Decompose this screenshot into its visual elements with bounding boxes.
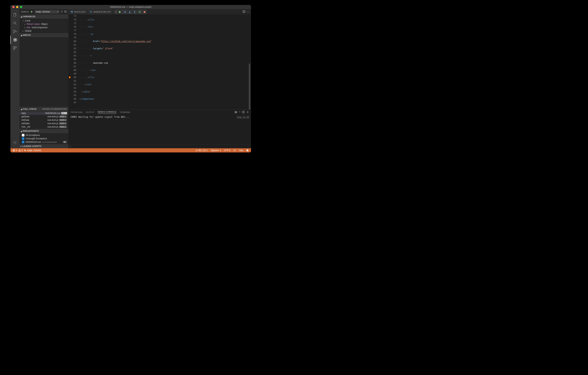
svg-point-8 [15,39,16,40]
split-editor-icon[interactable] [242,10,245,14]
status-eol[interactable]: LF [233,149,237,152]
editor-area[interactable]: 73 74 75 76 77 78 79 80 81 82 83 84 85 8… [68,14,251,109]
code-content[interactable]: ······</li> ······<li> ········<a ······… [79,14,251,109]
svg-rect-10 [15,47,16,48]
settings-gear-icon[interactable] [10,138,20,147]
svg-point-2 [14,22,16,24]
breakpoints-header[interactable]: ◢BREAKPOINTS [20,129,68,133]
callstack-frame[interactable]: initState vue.esm.js 3284:1 [20,122,68,125]
step-over-button[interactable] [123,10,127,14]
svg-point-4 [13,30,14,31]
variable-this[interactable]: ▸this: VueComponent [20,26,68,29]
breakpoint-item[interactable]: HelloWorld.vue src/components90 [20,140,68,144]
callstack-frame[interactable]: data HelloWorld.vue 90:1 [20,111,68,115]
svg-point-25 [246,149,249,152]
status-feedback-icon[interactable] [245,149,250,152]
svg-rect-1 [14,14,16,17]
status-encoding[interactable]: UTF-8 [223,149,231,152]
titlebar: HelloWorld.vue — vuejs-webpack-project [10,5,251,9]
debug-console-body[interactable]: [HMR] Waiting for update signal from WDS… [68,115,251,144]
scrollbar[interactable] [249,64,250,109]
current-line-arrow-icon [69,77,72,78]
editor-tabs: launch.json webpack.dev.con JS index.js … [68,9,251,14]
debug-console-icon[interactable] [64,10,67,13]
svg-point-12 [14,142,16,143]
svg-point-16 [130,12,130,13]
tab-webpack[interactable]: webpack.dev.con [88,9,113,14]
maximize-panel-icon[interactable] [242,111,245,114]
restart-button[interactable] [137,10,142,14]
log-source-link[interactable]: log.js:23 [237,116,249,118]
step-into-button[interactable] [127,10,132,14]
extensions-icon[interactable] [10,44,20,52]
status-errors[interactable]: 0 [12,149,18,152]
loaded-scripts-header[interactable]: ▸LOADED SCRIPTS [20,144,68,148]
svg-point-6 [16,31,16,32]
checkbox-icon[interactable] [22,134,24,136]
source-control-icon[interactable] [10,27,20,36]
status-language[interactable]: Vue [238,149,244,152]
callstack-body: data HelloWorld.vue 90:1 getData vue.esm… [20,111,68,129]
debug-label: DEBUG [21,11,29,13]
panel-tab-output[interactable]: OUTPUT [86,111,95,113]
svg-point-27 [248,150,248,150]
debug-icon[interactable] [10,36,20,44]
continue-button[interactable] [118,10,122,14]
window-title: HelloWorld.vue — vuejs-webpack-project [10,6,251,8]
watch-header[interactable]: ◢WATCH [20,33,68,37]
debug-config-select[interactable]: vuejs: chrome [35,10,59,13]
stop-button[interactable] [142,10,147,14]
status-cursor-position[interactable]: Ln 90, Col 1 [195,149,209,152]
checkbox-icon[interactable] [22,137,24,140]
gutter[interactable]: 73 74 75 76 77 78 79 80 81 82 83 84 85 8… [68,14,79,109]
debug-console-input[interactable]: › [68,144,251,148]
vscode-icon [70,11,73,13]
breakpoint-all-exceptions[interactable]: All Exceptions [20,133,68,137]
panel-tab-problems[interactable]: PROBLEMS [71,111,83,113]
bottom-panel: PROBLEMS OUTPUT DEBUG CONSOLE TERMINAL ^… [68,109,251,148]
panel-tab-debug-console[interactable]: DEBUG CONSOLE [98,111,117,114]
callstack-frame[interactable]: initData vue.esm.js 3345:1 [20,118,68,122]
panel-tab-terminal[interactable]: TERMINAL [120,111,131,113]
debug-sidebar: DEBUG vuejs: chrome ◢VARIABLES ▾Local ▸R… [20,9,68,148]
search-icon[interactable] [10,19,20,27]
clear-console-icon[interactable] [234,111,237,114]
callstack-frame[interactable]: getData vue.esm.js 3386:1 [20,115,68,118]
variables-header[interactable]: ◢VARIABLES [20,14,68,19]
svg-point-17 [135,12,135,13]
step-out-button[interactable] [132,10,137,14]
debug-toolbar[interactable]: ⠿ [114,10,147,14]
variables-scope-local[interactable]: ▾Local [20,19,68,22]
svg-point-15 [125,12,125,13]
activity-bar [10,9,20,148]
drag-handle-icon[interactable]: ⠿ [115,10,117,14]
status-warnings[interactable]: 0 [18,149,24,152]
variable-return-value[interactable]: ▸Return value: Object [20,22,68,26]
webpack-icon [90,11,92,13]
svg-line-3 [16,24,16,25]
status-bar: 0 0 vuejs: chrome Ln 90, Col 1 Spaces: 4… [10,148,251,153]
svg-point-5 [13,32,14,33]
collapse-icon[interactable]: ^ [239,111,240,114]
svg-point-13 [61,11,62,12]
close-panel-icon[interactable]: ✕ [247,111,249,114]
explorer-icon[interactable] [10,11,20,19]
watch-body [20,37,68,107]
status-indentation[interactable]: Spaces: 4 [210,149,222,152]
debug-config-label: vuejs: chrome [36,11,50,13]
callstack-header[interactable]: ◢CALL STACK PAUSED ON BREAKPOINT [20,107,68,111]
debug-config-gear-icon[interactable] [60,10,63,13]
svg-rect-11 [13,48,15,50]
variables-scope-global[interactable]: ▸Global [20,29,68,33]
callstack-frame[interactable]: Vue._init vue.esm.js 4558:1 [20,125,68,129]
checkbox-icon[interactable] [22,141,24,143]
tab-launch-json[interactable]: launch.json [68,9,88,14]
chevron-right-icon: › [70,145,71,148]
status-debug-config[interactable]: vuejs: chrome [23,149,42,152]
svg-point-26 [247,150,247,150]
start-debug-button[interactable] [30,10,33,13]
more-actions-icon[interactable]: ⋯ [247,11,250,13]
breakpoint-uncaught-exceptions[interactable]: Uncaught Exceptions [20,137,68,140]
svg-rect-14 [65,11,67,12]
svg-rect-9 [13,47,15,48]
